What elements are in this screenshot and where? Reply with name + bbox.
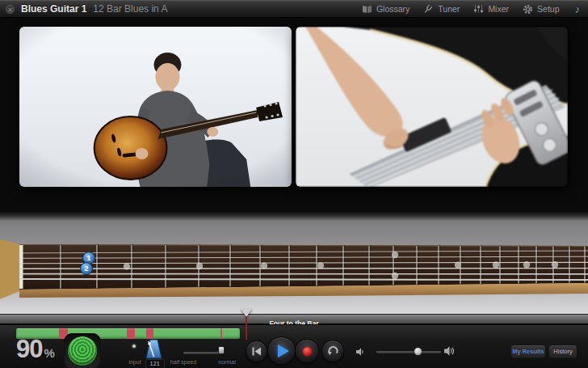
input-label: input [123, 359, 147, 365]
speed-slider-knob[interactable] [218, 346, 225, 354]
score-unit: % [44, 346, 54, 360]
closeup-video [296, 27, 568, 187]
performance-score: 90% [16, 335, 55, 364]
record-button[interactable] [295, 339, 319, 363]
instructor-video [19, 27, 292, 187]
cycle-button[interactable] [321, 340, 344, 362]
timeline-strip: Four to the Bar [0, 314, 588, 324]
metronome-button[interactable] [145, 339, 163, 360]
normal-speed-label: normal [208, 359, 246, 365]
setup-gear-icon [523, 4, 533, 15]
input-level-led [132, 345, 136, 348]
playhead[interactable] [240, 309, 254, 341]
record-icon [303, 347, 312, 356]
tuner-fork-icon [423, 4, 434, 15]
menu-tuner-label: Tuner [438, 4, 460, 14]
play-icon [278, 345, 289, 357]
menu-glossary[interactable]: Glossary [362, 4, 410, 14]
tempo-badge: 121 [145, 359, 165, 368]
string [19, 269, 588, 269]
titlebar: ✕ Blues Guitar 1 12 Bar Blues in A Gloss… [0, 0, 588, 18]
my-results-button[interactable]: My Results [510, 345, 546, 358]
mixer-sliders-icon [473, 4, 484, 14]
menu-tuner[interactable]: Tuner [423, 4, 460, 15]
history-button[interactable]: History [548, 345, 578, 358]
fretboard-stage: 12 [0, 212, 588, 314]
volume-min-icon [355, 347, 365, 357]
control-bar: 90% input 121 half speed normal [0, 324, 588, 368]
missed-notes-segment [146, 328, 153, 339]
rewind-icon [251, 347, 262, 356]
missed-notes-segment [127, 328, 135, 339]
playhead-line [246, 316, 247, 340]
score-target-button[interactable] [67, 336, 98, 366]
nut [19, 245, 23, 289]
video-section [0, 18, 588, 212]
menu-glossary-label: Glossary [376, 4, 410, 14]
volume-slider-knob[interactable] [414, 347, 422, 356]
missed-notes-segment [220, 328, 223, 339]
volume-slider-track[interactable] [376, 351, 441, 353]
play-button[interactable] [267, 336, 296, 365]
close-lesson-button[interactable]: ✕ [6, 5, 15, 14]
lesson-title: Blues Guitar 1 [21, 3, 86, 15]
score-target-well [64, 333, 101, 368]
cycle-loop-icon [327, 345, 339, 357]
volume-max-icon [443, 345, 456, 357]
menu-mixer[interactable]: Mixer [473, 4, 509, 14]
finger-dot-number: 1 [86, 254, 90, 262]
headstock-sliver [0, 239, 19, 299]
string [19, 279, 588, 280]
rewind-button[interactable] [246, 341, 267, 362]
guitar-lesson-window: ✕ Blues Guitar 1 12 Bar Blues in A Gloss… [0, 0, 588, 368]
half-speed-label: half speed [163, 359, 204, 365]
score-value: 90 [16, 335, 42, 363]
finger-dot-number: 2 [84, 264, 88, 273]
glossary-book-icon [362, 5, 372, 14]
music-note-icon: ♪ [575, 3, 581, 15]
fretboard: 12 [0, 212, 588, 314]
lesson-subtitle: 12 Bar Blues in A [93, 3, 167, 15]
titlebar-menu: Glossary Tuner Mixer [362, 3, 588, 15]
menu-setup-label: Setup [537, 4, 559, 14]
menu-mixer-label: Mixer [488, 4, 509, 14]
menu-setup[interactable]: Setup [523, 4, 559, 15]
